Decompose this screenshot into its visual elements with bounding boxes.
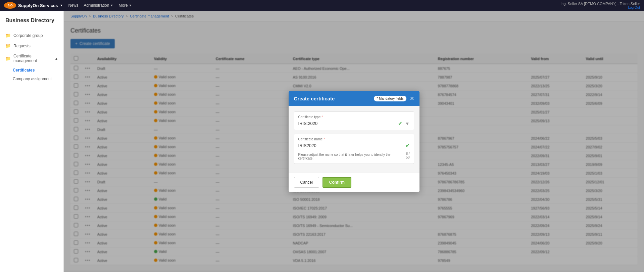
sidebar-item-corporate-group[interactable]: 📁 Corporate group: [0, 30, 63, 41]
modal-body: Certificate type * IRIS:2020 ✔ ▼ Certifi…: [289, 106, 419, 173]
sidebar-title: Business Directory: [0, 17, 63, 30]
sidebar-item-requests[interactable]: 📁 Requests: [0, 41, 63, 51]
sidebar-sub-certificates[interactable]: Certificates: [10, 66, 63, 75]
sidebar-item-cert-management[interactable]: 📁 Certificate management ▲: [0, 51, 63, 66]
cert-name-field: Certificate name * ✔ Please adjust the n…: [294, 134, 414, 164]
sidebar: Business Directory 📁 Corporate group 📁 R…: [0, 11, 64, 272]
main-layout: Business Directory 📁 Corporate group 📁 R…: [0, 11, 644, 272]
modal-header: Create certificate * Mandatory fields ✕: [289, 91, 419, 106]
mandatory-badge: * Mandatory fields: [374, 96, 406, 101]
modal-footer: Cancel Confirm: [289, 173, 419, 192]
navbar: S/O SupplyOn Services ▼ News Administrat…: [0, 0, 644, 11]
cert-name-label: Certificate name *: [298, 137, 410, 141]
cert-name-row: ✔: [298, 142, 410, 149]
sidebar-label-cert: Certificate management: [13, 54, 52, 63]
modal-header-right: * Mandatory fields ✕: [374, 96, 414, 101]
nav-more[interactable]: More ▼: [118, 3, 132, 8]
cert-type-field: Certificate type * IRIS:2020 ✔ ▼: [294, 111, 414, 130]
chevron-icon: ▲: [55, 57, 58, 60]
logout-link[interactable]: Log Out: [560, 6, 640, 9]
logo: S/O: [4, 2, 16, 9]
service-label[interactable]: SupplyOn Services: [18, 3, 58, 8]
create-certificate-modal: Create certificate * Mandatory fields ✕ …: [289, 91, 419, 192]
nav-news[interactable]: News: [68, 3, 78, 8]
sidebar-label-requests: Requests: [13, 44, 31, 48]
nav-menu: News Administration ▼ More ▼: [68, 3, 132, 8]
folder-icon-cert: 📁: [5, 56, 11, 61]
service-chevron: ▼: [60, 4, 63, 7]
cert-name-check-icon: ✔: [405, 142, 410, 149]
confirm-button[interactable]: Confirm: [323, 177, 351, 188]
folder-icon-requests: 📁: [5, 43, 11, 48]
cert-name-input[interactable]: [298, 143, 403, 148]
nav-admin[interactable]: Administration ▼: [84, 3, 113, 8]
cert-name-hint: Please adjust the name so that it later …: [298, 153, 402, 160]
modal-title: Create certificate: [294, 96, 335, 101]
cert-type-row: IRIS:2020 ✔ ▼: [298, 120, 410, 127]
content-area: SupplyOn > Business Directory > Certific…: [64, 11, 644, 272]
modal-close-button[interactable]: ✕: [410, 96, 414, 101]
folder-icon: 📁: [5, 33, 11, 38]
char-count: 8 / 50: [402, 152, 410, 159]
cert-type-check-icon: ✔: [398, 120, 402, 127]
modal-overlay: Create certificate * Mandatory fields ✕ …: [64, 11, 644, 272]
brand: S/O SupplyOn Services ▼: [4, 2, 63, 9]
cert-type-dropdown-icon[interactable]: ▼: [405, 121, 410, 126]
user-info: Ing. Seller SA [DEMO COMPANY] - Token Se…: [560, 2, 640, 9]
cert-type-label: Certificate type *: [298, 115, 410, 119]
cert-type-value: IRIS:2020: [298, 121, 395, 126]
sidebar-label-corporate: Corporate group: [13, 33, 43, 38]
cancel-button[interactable]: Cancel: [294, 177, 319, 188]
sidebar-sub-cert: Certificates Company assignment: [0, 66, 63, 83]
sidebar-sub-company[interactable]: Company assignment: [10, 75, 63, 83]
